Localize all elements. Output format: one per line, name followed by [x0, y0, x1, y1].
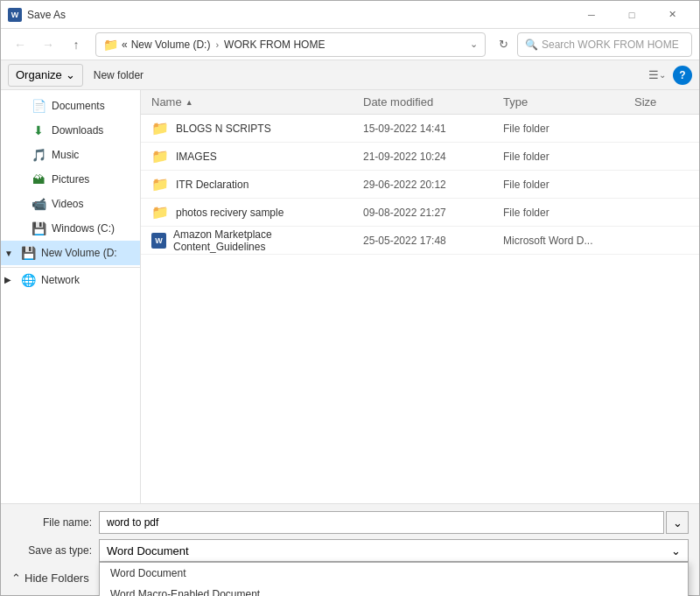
file-modified: 29-06-2022 20:12 [360, 179, 500, 191]
action-bar: Organize ⌄ New folder ☰ ⌄ ? [1, 60, 699, 90]
file-modified: 25-05-2022 17:48 [360, 235, 500, 247]
address-volume: New Volume (D:) [131, 39, 211, 51]
savetype-chevron-icon: ⌄ [671, 544, 681, 557]
search-placeholder: Search WORK FROM HOME [542, 39, 679, 51]
close-button[interactable]: ✕ [652, 1, 692, 29]
sidebar-item-network[interactable]: ▶ 🌐 Network [1, 267, 140, 291]
address-content: « New Volume (D:) › WORK FROM HOME [122, 39, 466, 51]
file-name-cell: 📁 photos recivery sample [148, 204, 360, 221]
file-modified: 15-09-2022 14:41 [360, 123, 500, 135]
chevron-up-icon: ⌃ [11, 571, 21, 585]
col-header-name[interactable]: Name ▲ [148, 95, 360, 109]
col-header-size[interactable]: Size [631, 95, 692, 109]
file-name-text: photos recivery sample [176, 207, 284, 219]
col-header-type[interactable]: Type [500, 95, 631, 109]
address-bar[interactable]: 📁 « New Volume (D:) › WORK FROM HOME ⌄ [95, 32, 486, 57]
dropdown-item[interactable]: Word Macro-Enabled Document [100, 584, 688, 596]
savetype-label: Save as type: [11, 544, 99, 557]
sidebar-item-windows-c[interactable]: 💾 Windows (C:) [1, 216, 140, 241]
table-row[interactable]: 📁 photos recivery sample 09-08-2022 21:2… [141, 199, 699, 227]
filename-dropdown-button[interactable]: ⌄ [666, 511, 689, 534]
minimize-button[interactable]: ─ [571, 1, 612, 29]
file-name-text: BLOGS N SCRIPTS [176, 123, 271, 135]
organize-button[interactable]: Organize ⌄ [8, 64, 83, 87]
filename-label: File name: [11, 516, 99, 529]
main-area: 📄 Documents ⬇ Downloads 🎵 Music 🏔 Pictur… [1, 90, 699, 503]
file-name-cell: W Amazon Marketplace Content_Guidelines [148, 228, 360, 253]
sidebar-item-label: Downloads [52, 124, 103, 137]
sidebar-item-new-volume-d[interactable]: ▼ 💾 New Volume (D: [1, 241, 140, 265]
hide-folders-button[interactable]: ⌃ Hide Folders [11, 571, 89, 585]
organize-label: Organize [16, 68, 62, 81]
organize-chevron-icon: ⌄ [66, 68, 75, 81]
new-folder-button[interactable]: New folder [87, 64, 150, 87]
savetype-button[interactable]: Word Document ⌄ [99, 539, 689, 562]
up-button[interactable]: ↑ [64, 32, 88, 57]
music-icon: 🎵 [31, 148, 46, 162]
navigation-toolbar: ← → ↑ 📁 « New Volume (D:) › WORK FROM HO… [1, 29, 699, 60]
sidebar-item-label: Videos [52, 198, 83, 210]
sidebar-item-documents[interactable]: 📄 Documents [1, 94, 140, 118]
sort-arrow-icon: ▲ [186, 98, 193, 107]
table-row[interactable]: 📁 BLOGS N SCRIPTS 15-09-2022 14:41 File … [141, 115, 699, 143]
col-header-modified[interactable]: Date modified [360, 95, 500, 109]
downloads-icon: ⬇ [31, 123, 46, 137]
maximize-button[interactable]: □ [612, 1, 652, 29]
view-icon: ☰ [648, 68, 659, 81]
address-folder: WORK FROM HOME [224, 39, 325, 51]
view-chevron-icon: ⌄ [659, 70, 666, 80]
file-modified: 21-09-2022 10:24 [360, 151, 500, 163]
forward-button[interactable]: → [36, 32, 60, 57]
title-bar-left: W Save As [8, 8, 66, 22]
sidebar-item-label: New Volume (D: [41, 247, 117, 259]
folder-icon: 📁 [151, 204, 169, 221]
savetype-value: Word Document [107, 544, 189, 557]
help-button[interactable]: ? [673, 66, 692, 85]
file-name-text: ITR Declaration [176, 179, 248, 191]
sidebar-item-pictures[interactable]: 🏔 Pictures [1, 167, 140, 192]
file-name-text: Amazon Marketplace Content_Guidelines [173, 228, 356, 253]
file-type: File folder [500, 151, 631, 163]
savetype-dropdown-menu: Word Document Word Macro-Enabled Documen… [99, 562, 689, 596]
sidebar-item-downloads[interactable]: ⬇ Downloads [1, 118, 140, 143]
view-options-button[interactable]: ☰ ⌄ [645, 63, 669, 88]
drive-c-icon: 💾 [31, 221, 46, 235]
address-folder-icon: 📁 [103, 38, 118, 52]
pictures-icon: 🏔 [31, 172, 46, 186]
refresh-button[interactable]: ↻ [493, 34, 514, 55]
file-name-text: IMAGES [176, 151, 217, 163]
sidebar-item-label: Music [52, 149, 79, 161]
file-list: Name ▲ Date modified Type Size 📁 BLOGS N… [141, 90, 699, 503]
table-row[interactable]: W Amazon Marketplace Content_Guidelines … [141, 227, 699, 255]
videos-icon: 📹 [31, 197, 46, 211]
savetype-dropdown-wrapper: Word Document ⌄ Word Document Word Macro… [99, 539, 689, 562]
address-chevron-icon[interactable]: ⌄ [470, 39, 478, 50]
title-bar: W Save As ─ □ ✕ [1, 1, 699, 29]
table-row[interactable]: 📁 IMAGES 21-09-2022 10:24 File folder [141, 143, 699, 171]
folder-icon: 📁 [151, 176, 169, 193]
savetype-row: Save as type: Word Document ⌄ Word Docum… [11, 539, 689, 562]
expand-arrow-icon: ▼ [4, 249, 15, 258]
file-modified: 09-08-2022 21:27 [360, 207, 500, 219]
back-button[interactable]: ← [8, 32, 32, 57]
filename-input[interactable] [99, 511, 664, 534]
address-separator: › [214, 39, 220, 50]
file-type: File folder [500, 123, 631, 135]
filename-row: File name: ⌄ [11, 511, 689, 534]
expand-arrow-icon: ▶ [4, 275, 15, 284]
sidebar-item-label: Pictures [52, 173, 89, 186]
word-doc-icon: W [151, 233, 166, 249]
network-icon: 🌐 [20, 273, 36, 287]
sidebar-item-label: Network [41, 274, 80, 286]
file-name-cell: 📁 ITR Declaration [148, 176, 360, 193]
sidebar-item-music[interactable]: 🎵 Music [1, 143, 140, 167]
bottom-area: File name: ⌄ Save as type: Word Document… [1, 503, 699, 595]
file-type: File folder [500, 179, 631, 191]
save-as-dialog: W Save As ─ □ ✕ ← → ↑ 📁 « New Volume (D:… [0, 0, 700, 596]
folder-icon: 📁 [151, 148, 169, 165]
table-row[interactable]: 📁 ITR Declaration 29-06-2022 20:12 File … [141, 171, 699, 199]
app-icon: W [8, 8, 22, 22]
dropdown-item[interactable]: Word Document [100, 563, 688, 584]
sidebar-item-videos[interactable]: 📹 Videos [1, 192, 140, 216]
search-box[interactable]: 🔍 Search WORK FROM HOME [517, 32, 692, 57]
